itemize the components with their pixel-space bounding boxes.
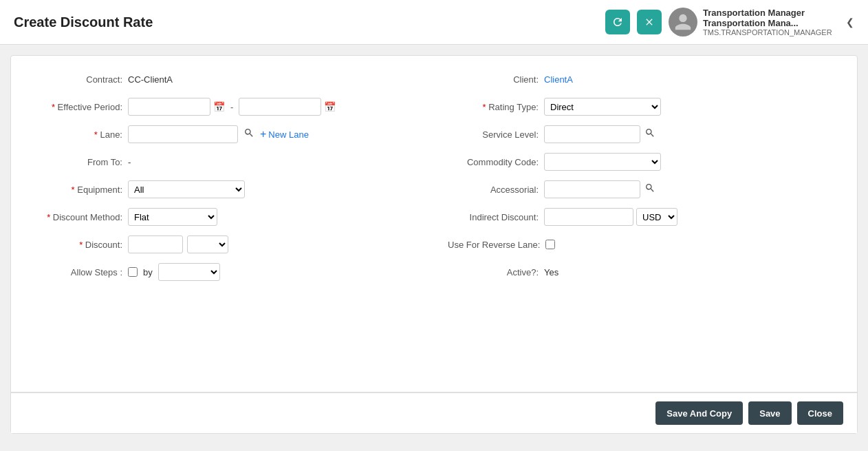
from-to-label: From To:	[32, 157, 128, 167]
plus-icon: +	[260, 128, 266, 140]
user-info: Transportation Manager Transportation Ma…	[703, 8, 840, 36]
discount-method-row: Discount Method: Flat Percentage Fixed	[32, 207, 420, 227]
commodity-code-label: Commodity Code:	[448, 157, 544, 167]
service-level-label: Service Level:	[448, 129, 544, 140]
client-row: Client: ClientA	[448, 70, 836, 89]
from-to-value: -	[128, 157, 131, 167]
effective-period-row: Effective Period: 📅 - 📅	[32, 97, 420, 116]
effective-period-label: Effective Period:	[32, 102, 128, 112]
allow-steps-checkbox[interactable]	[128, 267, 138, 277]
from-to-row: From To: -	[32, 152, 420, 171]
lane-wrap: + New Lane	[128, 125, 309, 143]
discount-input[interactable]	[128, 235, 183, 253]
close-button[interactable]: Close	[797, 401, 843, 425]
use-reverse-lane-checkbox[interactable]	[545, 240, 555, 249]
discount-unit-select[interactable]	[187, 235, 228, 253]
lane-row: Lane: + New Lane	[32, 125, 420, 144]
new-lane-button[interactable]: + New Lane	[260, 128, 309, 140]
client-value[interactable]: ClientA	[544, 74, 573, 85]
accessorial-input[interactable]	[544, 180, 640, 198]
chevron-down-icon[interactable]: ❮	[846, 17, 854, 28]
accessorial-wrap	[544, 180, 657, 198]
allow-steps-row: Allow Steps : by Weight Distance Volume	[32, 262, 420, 282]
user-menu[interactable]: Transportation Manager Transportation Ma…	[669, 8, 854, 36]
equipment-label: Equipment:	[32, 185, 128, 195]
active-label: Active?:	[448, 267, 544, 277]
accessorial-label: Accessorial:	[448, 185, 544, 195]
discount-method-label: Discount Method:	[32, 212, 128, 222]
rating-type-label: Rating Type:	[448, 102, 544, 112]
allow-steps-wrap: by Weight Distance Volume	[128, 263, 220, 281]
service-wrap	[544, 125, 657, 143]
footer: Save And Copy Save Close	[11, 392, 857, 433]
equipment-select[interactable]: All Truck Rail Air Ocean	[128, 180, 245, 198]
end-calendar-icon[interactable]: 📅	[324, 101, 336, 112]
discount-wrap	[128, 235, 228, 253]
contract-row: Contract: CC-ClientA	[32, 70, 420, 89]
by-select[interactable]: Weight Distance Volume	[158, 263, 220, 281]
effective-period-start-input[interactable]	[128, 98, 210, 116]
service-level-search-button[interactable]	[643, 127, 657, 141]
discount-label: Discount:	[32, 240, 128, 250]
lane-label: Lane:	[32, 129, 128, 140]
service-level-input[interactable]	[544, 125, 640, 143]
allow-steps-label: Allow Steps :	[32, 267, 128, 277]
form-grid: Contract: CC-ClientA Effective Period: 📅…	[32, 70, 836, 290]
indirect-discount-input[interactable]	[544, 208, 633, 226]
client-label: Client:	[448, 74, 544, 85]
indirect-discount-label: Indirect Discount:	[448, 212, 544, 222]
indirect-discount-row: Indirect Discount: USD EUR GBP	[448, 207, 836, 227]
accessorial-search-button[interactable]	[643, 182, 657, 196]
save-button[interactable]: Save	[748, 401, 791, 425]
active-row: Active?: Yes	[448, 262, 836, 282]
effective-period-end-input[interactable]	[239, 98, 321, 116]
use-reverse-lane-label: Use For Reverse Lane:	[448, 240, 545, 250]
app-header: Create Discount Rate Transportation Mana…	[0, 0, 868, 45]
equipment-row: Equipment: All Truck Rail Air Ocean	[32, 180, 420, 199]
start-calendar-icon[interactable]: 📅	[213, 101, 225, 112]
page-title: Create Discount Rate	[14, 14, 153, 30]
header-close-button[interactable]	[637, 10, 662, 34]
discount-row: Discount:	[32, 235, 420, 254]
user-role: TMS.TRANSPORTATION_MANAGER	[703, 28, 840, 36]
active-value: Yes	[544, 267, 558, 277]
commodity-code-select[interactable]	[544, 153, 661, 171]
service-level-row: Service Level:	[448, 125, 836, 144]
form-right-column: Client: ClientA Rating Type: Direct Indi…	[448, 70, 836, 290]
commodity-code-row: Commodity Code:	[448, 152, 836, 171]
refresh-button[interactable]	[605, 10, 630, 34]
currency-select[interactable]: USD EUR GBP	[636, 208, 677, 226]
form-left-column: Contract: CC-ClientA Effective Period: 📅…	[32, 70, 420, 290]
save-and-copy-button[interactable]: Save And Copy	[655, 401, 743, 425]
form-area: Contract: CC-ClientA Effective Period: 📅…	[11, 56, 857, 392]
avatar	[669, 8, 697, 36]
lane-search-button[interactable]	[242, 127, 256, 141]
discount-method-select[interactable]: Flat Percentage Fixed	[128, 208, 217, 226]
accessorial-row: Accessorial:	[448, 180, 836, 199]
date-input-wrap: 📅 - 📅	[128, 98, 336, 116]
rating-type-select[interactable]: Direct Indirect Both	[544, 98, 661, 116]
use-reverse-lane-row: Use For Reverse Lane:	[448, 235, 836, 254]
lane-input[interactable]	[128, 125, 238, 143]
by-label: by	[143, 267, 153, 277]
user-name: Transportation Manager Transportation Ma…	[703, 8, 840, 28]
header-actions: Transportation Manager Transportation Ma…	[605, 8, 854, 36]
contract-label: Contract:	[32, 74, 128, 85]
contract-value: CC-ClientA	[128, 74, 173, 85]
rating-type-row: Rating Type: Direct Indirect Both	[448, 97, 836, 116]
indirect-wrap: USD EUR GBP	[544, 208, 677, 226]
main-content: Contract: CC-ClientA Effective Period: 📅…	[10, 55, 858, 434]
